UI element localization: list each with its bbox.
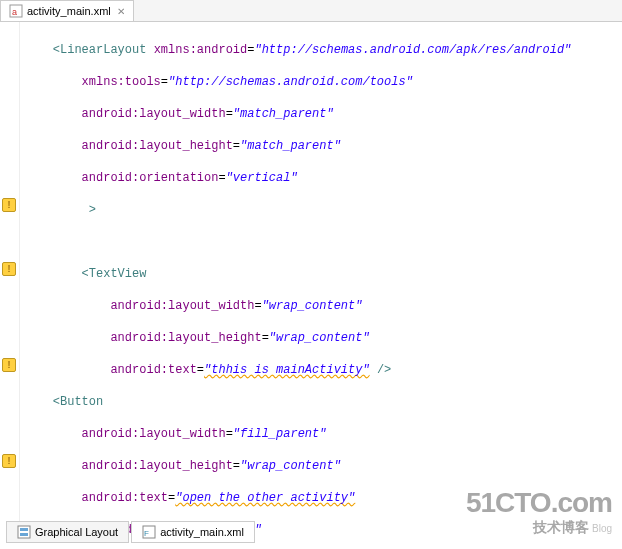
close-icon[interactable]: ✕ [117, 6, 125, 17]
tab-label: Graphical Layout [35, 526, 118, 538]
tab-label: activity_main.xml [27, 5, 111, 17]
code-editor[interactable]: <LinearLayout xmlns:android="http://sche… [20, 22, 622, 522]
gutter: ! ! ! ! [0, 22, 20, 522]
editor-tab-bar: a activity_main.xml ✕ [0, 0, 622, 22]
tab-xml-source[interactable]: F activity_main.xml [131, 521, 255, 543]
tab-graphical-layout[interactable]: Graphical Layout [6, 521, 129, 543]
warning-icon[interactable]: ! [2, 358, 16, 372]
svg-text:a: a [12, 7, 17, 17]
svg-rect-3 [20, 528, 28, 531]
xml-file-icon: a [9, 4, 23, 18]
xml-source-icon: F [142, 525, 156, 539]
editor-bottom-tabs: Graphical Layout F activity_main.xml [6, 521, 257, 543]
editor-area: ! ! ! ! <LinearLayout xmlns:android="htt… [0, 22, 622, 522]
svg-rect-2 [18, 526, 30, 538]
warning-icon[interactable]: ! [2, 198, 16, 212]
svg-rect-4 [20, 533, 28, 536]
warning-icon[interactable]: ! [2, 262, 16, 276]
editor-tab-active[interactable]: a activity_main.xml ✕ [0, 0, 134, 21]
layout-icon [17, 525, 31, 539]
warning-icon[interactable]: ! [2, 454, 16, 468]
tab-label: activity_main.xml [160, 526, 244, 538]
svg-text:F: F [144, 529, 149, 538]
